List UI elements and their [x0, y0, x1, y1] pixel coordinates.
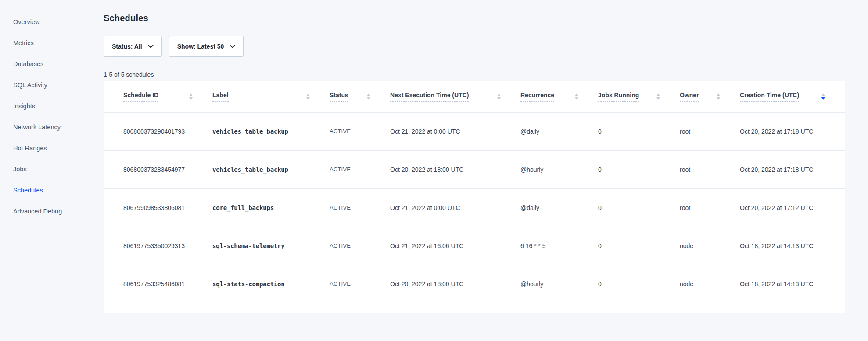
cell-owner: root: [680, 112, 740, 150]
cell-label: vehicles_table_backup: [212, 112, 330, 150]
sort-arrows-icon: [367, 93, 370, 100]
sort-arrows-icon: [575, 93, 578, 100]
column-header-label: Owner: [680, 92, 699, 102]
sort-arrows-icon: [717, 93, 720, 100]
cell-schedule-id: 806800373283454977: [104, 150, 212, 188]
cell-schedule-id: 806800373290401793: [104, 112, 212, 150]
sort-arrows-icon: [306, 93, 310, 100]
column-header-label: Jobs Running: [598, 92, 639, 102]
cell-jobs-running: 0: [598, 150, 680, 188]
sidebar-item-overview[interactable]: Overview: [0, 11, 104, 32]
cell-status: ACTIVE: [330, 150, 390, 188]
cell-next-execution: Oct 20, 2022 at 18:00 UTC: [390, 150, 520, 188]
cell-recurrence: @hourly: [520, 150, 598, 188]
cell-status: ACTIVE: [330, 112, 390, 150]
sidebar-nav: OverviewMetricsDatabasesSQL ActivityInsi…: [0, 11, 104, 222]
column-header-label: Status: [330, 92, 348, 102]
cell-schedule-id: 806197753350029313: [104, 227, 212, 265]
column-header-next-execution-time-utc[interactable]: Next Execution Time (UTC): [390, 81, 520, 112]
schedules-table: Schedule IDLabelStatusNext Execution Tim…: [104, 81, 845, 303]
table-row[interactable]: 806800373290401793vehicles_table_backupA…: [104, 112, 845, 150]
cell-owner: node: [680, 265, 740, 303]
sidebar-item-insights[interactable]: Insights: [0, 96, 104, 117]
main-content: Schedules Status: All Show: Latest 50 1-…: [104, 0, 845, 313]
column-header-label: Next Execution Time (UTC): [390, 92, 469, 102]
cell-creation-time: Oct 18, 2022 at 14:13 UTC: [740, 227, 845, 265]
schedules-table-card: Schedule IDLabelStatusNext Execution Tim…: [104, 81, 845, 313]
sidebar-item-advanced-debug[interactable]: Advanced Debug: [0, 201, 104, 222]
table-row[interactable]: 806799098533806081core_full_backupsACTIV…: [104, 188, 845, 227]
cell-status: ACTIVE: [330, 227, 390, 265]
sort-arrows-icon: [189, 93, 193, 100]
filter-bar: Status: All Show: Latest 50: [104, 36, 845, 57]
cell-jobs-running: 0: [598, 112, 680, 150]
column-header-owner[interactable]: Owner: [680, 81, 740, 112]
cell-jobs-running: 0: [598, 227, 680, 265]
cell-creation-time: Oct 18, 2022 at 14:13 UTC: [740, 265, 845, 303]
column-header-recurrence[interactable]: Recurrence: [520, 81, 598, 112]
cell-status: ACTIVE: [330, 188, 390, 227]
sidebar-item-databases[interactable]: Databases: [0, 53, 104, 75]
chevron-down-icon: [230, 45, 235, 48]
sidebar-item-jobs[interactable]: Jobs: [0, 159, 104, 180]
status-filter-label: Status: All: [112, 43, 142, 50]
table-row[interactable]: 806197753325486081sql-stats-compactionAC…: [104, 265, 845, 303]
sidebar-item-schedules[interactable]: Schedules: [0, 180, 104, 201]
table-row[interactable]: 806197753350029313sql-schema-telemetryAC…: [104, 227, 845, 265]
chevron-down-icon: [148, 45, 154, 48]
cell-status: ACTIVE: [330, 265, 390, 303]
cell-label: sql-schema-telemetry: [212, 227, 330, 265]
show-filter-dropdown[interactable]: Show: Latest 50: [169, 36, 244, 57]
cell-creation-time: Oct 20, 2022 at 17:18 UTC: [740, 112, 845, 150]
cell-schedule-id: 806197753325486081: [104, 265, 212, 303]
cell-next-execution: Oct 20, 2022 at 18:00 UTC: [390, 265, 520, 303]
results-summary: 1-5 of 5 schedules: [104, 71, 845, 78]
cell-recurrence: @daily: [520, 188, 598, 227]
cell-owner: root: [680, 188, 740, 227]
column-header-creation-time-utc[interactable]: Creation Time (UTC): [740, 81, 845, 112]
sidebar: OverviewMetricsDatabasesSQL ActivityInsi…: [0, 0, 104, 222]
sidebar-item-metrics[interactable]: Metrics: [0, 32, 104, 53]
cell-label: core_full_backups: [212, 188, 330, 227]
cell-owner: node: [680, 227, 740, 265]
column-header-schedule-id[interactable]: Schedule ID: [104, 81, 212, 112]
column-header-label: Recurrence: [520, 92, 554, 102]
status-filter-dropdown[interactable]: Status: All: [104, 36, 162, 57]
sort-arrows-icon: [821, 93, 825, 100]
column-header-label: Creation Time (UTC): [740, 92, 799, 102]
column-header-jobs-running[interactable]: Jobs Running: [598, 81, 680, 112]
cell-schedule-id: 806799098533806081: [104, 188, 212, 227]
cell-next-execution: Oct 21, 2022 at 0:00 UTC: [390, 112, 520, 150]
sidebar-item-hot-ranges[interactable]: Hot Ranges: [0, 138, 104, 159]
table-header-row: Schedule IDLabelStatusNext Execution Tim…: [104, 81, 845, 112]
cell-label: sql-stats-compaction: [212, 265, 330, 303]
table-row[interactable]: 806800373283454977vehicles_table_backupA…: [104, 150, 845, 188]
cell-next-execution: Oct 21, 2022 at 0:00 UTC: [390, 188, 520, 227]
table-body: 806800373290401793vehicles_table_backupA…: [104, 112, 845, 303]
page-title: Schedules: [104, 13, 845, 23]
sidebar-item-sql-activity[interactable]: SQL Activity: [0, 75, 104, 96]
sort-arrows-icon: [656, 93, 660, 100]
cell-creation-time: Oct 20, 2022 at 17:12 UTC: [740, 188, 845, 227]
cell-next-execution: Oct 21, 2022 at 16:06 UTC: [390, 227, 520, 265]
cell-creation-time: Oct 20, 2022 at 17:18 UTC: [740, 150, 845, 188]
column-header-label: Schedule ID: [123, 92, 158, 102]
cell-jobs-running: 0: [598, 188, 680, 227]
cell-recurrence: 6 16 * * 5: [520, 227, 598, 265]
cell-owner: root: [680, 150, 740, 188]
column-header-status[interactable]: Status: [330, 81, 390, 112]
column-header-label[interactable]: Label: [212, 81, 330, 112]
sort-arrows-icon: [497, 93, 501, 100]
cell-label: vehicles_table_backup: [212, 150, 330, 188]
column-header-label: Label: [212, 92, 229, 102]
show-filter-label: Show: Latest 50: [177, 43, 224, 50]
sidebar-item-network-latency[interactable]: Network Latency: [0, 117, 104, 138]
cell-recurrence: @daily: [520, 112, 598, 150]
cell-jobs-running: 0: [598, 265, 680, 303]
cell-recurrence: @hourly: [520, 265, 598, 303]
